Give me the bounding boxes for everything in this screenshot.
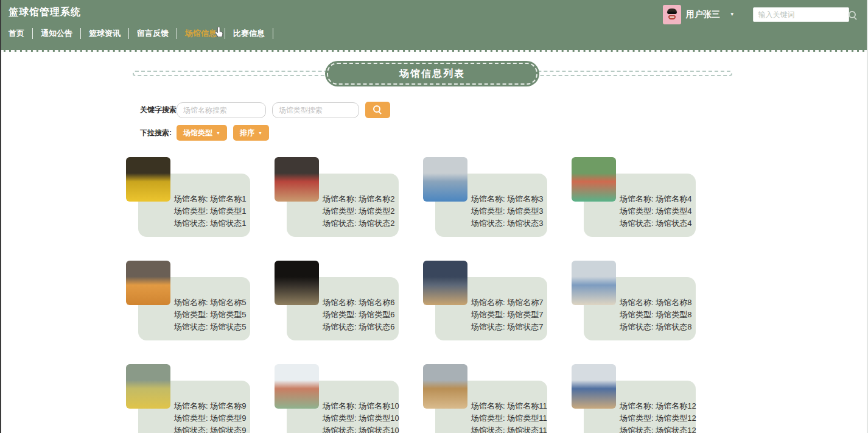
venue-card[interactable]: 场馆名称: 场馆名称10场馆类型: 场馆类型10场馆状态: 场馆状态10 (275, 364, 399, 433)
venue-type-dropdown[interactable]: 场馆类型 ▼ (177, 125, 227, 141)
caret-down-icon: ▼ (216, 131, 220, 135)
nav-divider (273, 28, 273, 39)
venue-field: 场馆类型: 场馆类型5 (174, 309, 250, 321)
venue-field: 场馆状态: 场馆状态12 (620, 424, 696, 433)
venue-grid: 场馆名称: 场馆名称1场馆类型: 场馆类型1场馆状态: 场馆状态1场馆名称: 场… (126, 157, 868, 433)
header-search (753, 7, 861, 22)
venue-photo (572, 364, 616, 409)
dropdown-search-row: 下拉搜索: 场馆类型 ▼ 排序 ▼ (140, 125, 868, 141)
venue-name-search-input[interactable] (177, 102, 266, 118)
venue-field: 场馆名称: 场馆名称1 (174, 193, 250, 205)
venue-card[interactable]: 场馆名称: 场馆名称6场馆类型: 场馆类型6场馆状态: 场馆状态6 (275, 261, 399, 340)
venue-field: 场馆类型: 场馆类型11 (471, 412, 547, 424)
venue-field: 场馆状态: 场馆状态7 (471, 321, 547, 333)
venue-photo (275, 157, 319, 202)
venue-field: 场馆类型: 场馆类型1 (174, 205, 250, 217)
venue-field: 场馆状态: 场馆状态8 (620, 321, 696, 333)
app-header: 篮球馆管理系统 首页通知公告篮球资讯留言反馈场馆信息比赛信息 用户张三 ▼ (0, 0, 868, 52)
mouse-cursor-icon (214, 27, 224, 37)
search-icon (373, 105, 382, 114)
sort-dropdown-label: 排序 (240, 128, 254, 138)
venue-field: 场馆名称: 场馆名称8 (620, 297, 696, 309)
venue-field: 场馆名称: 场馆名称6 (323, 297, 399, 309)
venue-field: 场馆名称: 场馆名称2 (323, 193, 399, 205)
nav-divider (177, 28, 177, 39)
window-left-edge (0, 0, 1, 433)
venue-field: 场馆状态: 场馆状态3 (471, 217, 547, 230)
venue-field: 场馆类型: 场馆类型6 (323, 309, 399, 321)
keyword-search-label: 关键字搜索: (140, 105, 177, 115)
venue-type-search-input[interactable] (272, 102, 359, 118)
venue-field: 场馆类型: 场馆类型7 (471, 309, 547, 321)
venue-card[interactable]: 场馆名称: 场馆名称1场馆类型: 场馆类型1场馆状态: 场馆状态1 (126, 157, 250, 237)
venue-field: 场馆类型: 场馆类型10 (323, 412, 399, 424)
venue-photo (572, 157, 616, 202)
venue-field: 场馆名称: 场馆名称5 (174, 297, 250, 309)
venue-card[interactable]: 场馆名称: 场馆名称3场馆类型: 场馆类型3场馆状态: 场馆状态3 (423, 157, 547, 237)
venue-field: 场馆名称: 场馆名称12 (620, 400, 696, 412)
venue-field: 场馆名称: 场馆名称4 (620, 193, 696, 205)
nav-item-3[interactable]: 篮球资讯 (89, 28, 121, 39)
main-nav: 首页通知公告篮球资讯留言反馈场馆信息比赛信息 (9, 27, 281, 40)
venue-field: 场馆类型: 场馆类型8 (620, 309, 696, 321)
nav-divider (225, 28, 225, 39)
venue-field: 场馆状态: 场馆状态4 (620, 217, 696, 230)
venue-card[interactable]: 场馆名称: 场馆名称12场馆类型: 场馆类型12场馆状态: 场馆状态12 (572, 364, 696, 433)
venue-photo (423, 157, 467, 202)
keyword-search-row: 关键字搜索: (140, 102, 868, 118)
user-avatar-icon (663, 5, 681, 24)
search-icon[interactable] (849, 11, 858, 20)
venue-photo (572, 261, 616, 305)
venue-photo (275, 261, 319, 305)
nav-divider (80, 28, 81, 39)
venue-row: 场馆名称: 场馆名称9场馆类型: 场馆类型9场馆状态: 场馆状态9场馆名称: 场… (126, 364, 868, 433)
venue-field: 场馆状态: 场馆状态9 (174, 424, 250, 433)
user-name: 用户张三 (686, 9, 720, 20)
nav-item-1[interactable]: 首页 (9, 28, 24, 39)
nav-item-4[interactable]: 留言反馈 (137, 28, 169, 39)
dropdown-search-label: 下拉搜索: (140, 128, 177, 138)
venue-card[interactable]: 场馆名称: 场馆名称2场馆类型: 场馆类型2场馆状态: 场馆状态2 (275, 157, 399, 237)
venue-photo (126, 261, 170, 305)
venue-field: 场馆类型: 场馆类型12 (620, 412, 696, 424)
caret-down-icon: ▼ (258, 131, 262, 135)
page-title-row: 场馆信息列表 (0, 61, 868, 86)
venue-card[interactable]: 场馆名称: 场馆名称11场馆类型: 场馆类型11场馆状态: 场馆状态11 (423, 364, 547, 433)
venue-field: 场馆状态: 场馆状态11 (471, 424, 547, 433)
user-menu[interactable]: 用户张三 ▼ (663, 5, 861, 24)
nav-item-6[interactable]: 比赛信息 (233, 28, 265, 39)
venue-card[interactable]: 场馆名称: 场馆名称8场馆类型: 场馆类型8场馆状态: 场馆状态8 (572, 261, 696, 340)
nav-divider (128, 28, 129, 39)
venue-type-dropdown-label: 场馆类型 (183, 128, 212, 138)
venue-card[interactable]: 场馆名称: 场馆名称7场馆类型: 场馆类型7场馆状态: 场馆状态7 (423, 261, 547, 340)
nav-item-5[interactable]: 场馆信息 (185, 28, 217, 39)
venue-photo (126, 364, 170, 409)
venue-row: 场馆名称: 场馆名称1场馆类型: 场馆类型1场馆状态: 场馆状态1场馆名称: 场… (126, 157, 868, 237)
sort-dropdown[interactable]: 排序 ▼ (233, 125, 269, 141)
nav-item-2[interactable]: 通知公告 (41, 28, 72, 39)
page-title: 场馆信息列表 (327, 63, 537, 85)
venue-card[interactable]: 场馆名称: 场馆名称4场馆类型: 场馆类型4场馆状态: 场馆状态4 (572, 157, 696, 237)
venue-card[interactable]: 场馆名称: 场馆名称5场馆类型: 场馆类型5场馆状态: 场馆状态5 (126, 261, 250, 340)
venue-card[interactable]: 场馆名称: 场馆名称9场馆类型: 场馆类型9场馆状态: 场馆状态9 (126, 364, 250, 433)
venue-row: 场馆名称: 场馆名称5场馆类型: 场馆类型5场馆状态: 场馆状态5场馆名称: 场… (126, 261, 868, 340)
header-search-input[interactable] (753, 7, 849, 22)
venue-field: 场馆类型: 场馆类型9 (174, 412, 250, 424)
venue-photo (423, 364, 467, 409)
app-title: 篮球馆管理系统 (9, 6, 81, 19)
venue-photo (126, 157, 170, 202)
venue-photo (275, 364, 319, 409)
venue-photo (423, 261, 467, 305)
venue-field: 场馆名称: 场馆名称9 (174, 400, 250, 412)
venue-field: 场馆名称: 场馆名称3 (471, 193, 547, 205)
filter-area: 关键字搜索: 下拉搜索: 场馆类型 ▼ 排序 ▼ (140, 102, 868, 141)
venue-field: 场馆类型: 场馆类型3 (471, 205, 547, 217)
venue-field: 场馆状态: 场馆状态6 (323, 321, 399, 333)
venue-field: 场馆状态: 场馆状态5 (174, 321, 250, 333)
search-button[interactable] (365, 102, 390, 118)
venue-field: 场馆名称: 场馆名称11 (471, 400, 547, 412)
chevron-down-icon: ▼ (730, 12, 735, 17)
venue-field: 场馆状态: 场馆状态10 (323, 424, 399, 433)
page-title-badge: 场馆信息列表 (325, 61, 539, 86)
venue-field: 场馆状态: 场馆状态2 (323, 217, 399, 230)
